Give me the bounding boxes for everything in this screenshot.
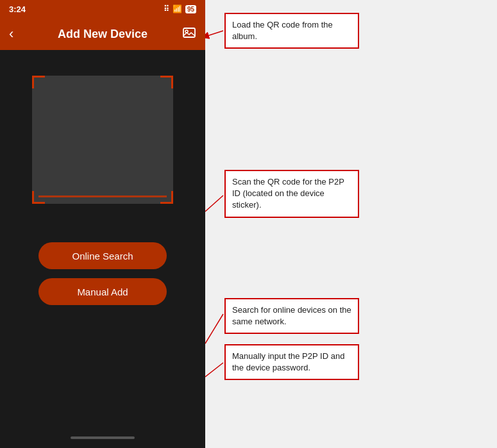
annotation-album: Load the QR code from the album. — [224, 13, 359, 49]
status-bar: 3:24 ⠿ 📶 95 — [0, 0, 205, 18]
annotation-qr-scan: Scan the QR code for the P2P ID (located… — [224, 170, 359, 218]
album-icon[interactable] — [177, 26, 196, 43]
button-group: Online Search Manual Add — [13, 242, 192, 305]
phone-panel: 3:24 ⠿ 📶 95 ‹ Add New Device — [0, 0, 205, 448]
time-label: 3:24 — [9, 4, 26, 14]
annotation-arrows — [205, 0, 497, 448]
svg-line-2 — [205, 31, 223, 37]
phone-content: Online Search Manual Add — [0, 50, 205, 431]
manual-add-button[interactable]: Manual Add — [38, 278, 167, 305]
signal-dots-icon: ⠿ — [164, 4, 169, 13]
online-search-button[interactable]: Online Search — [38, 242, 167, 269]
svg-line-5 — [205, 363, 223, 377]
annotation-qr-scan-text: Scan the QR code for the P2P ID (located… — [232, 177, 344, 210]
scan-line — [38, 195, 167, 197]
page-title: Add New Device — [28, 28, 177, 41]
annotation-album-text: Load the QR code from the album. — [232, 20, 333, 41]
qr-scanner — [32, 76, 173, 204]
svg-line-3 — [205, 195, 223, 212]
status-icons: ⠿ 📶 95 — [164, 4, 196, 13]
annotation-online-search: Search for online devices on the same ne… — [224, 298, 359, 334]
corner-bl — [32, 191, 45, 204]
svg-rect-0 — [183, 28, 195, 37]
home-bar — [71, 436, 135, 439]
app-header: ‹ Add New Device — [0, 18, 205, 50]
annotation-manual-add-text: Manually input the P2P ID and the device… — [232, 351, 344, 372]
battery-label: 95 — [185, 5, 196, 13]
home-indicator — [0, 431, 205, 444]
corner-tl — [32, 76, 45, 88]
back-button[interactable]: ‹ — [9, 26, 28, 42]
wifi-icon: 📶 — [173, 4, 182, 13]
svg-line-4 — [205, 314, 223, 344]
annotation-manual-add: Manually input the P2P ID and the device… — [224, 344, 359, 380]
annotation-panel: Load the QR code from the album. Scan th… — [205, 0, 497, 448]
annotation-online-search-text: Search for online devices on the same ne… — [232, 305, 351, 326]
corner-tr — [160, 76, 173, 88]
corner-br — [160, 191, 173, 204]
